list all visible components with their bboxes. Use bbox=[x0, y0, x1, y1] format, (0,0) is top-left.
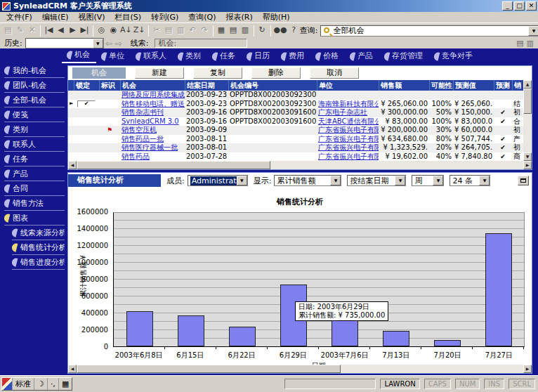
sidebar-item[interactable]: 产品 bbox=[4, 166, 65, 181]
unit-link[interactable]: 广东省振兴电子有限公司 bbox=[317, 135, 379, 144]
tab-item[interactable]: 价格 bbox=[310, 51, 345, 63]
menu-item[interactable]: 文件(F) bbox=[1, 12, 37, 22]
edit-icon[interactable]: ✎ bbox=[14, 25, 26, 37]
panel-action-button[interactable]: 新建 bbox=[135, 67, 184, 79]
tab-item[interactable]: 产品 bbox=[345, 51, 379, 63]
sidebar-item[interactable]: 合同 bbox=[4, 181, 65, 196]
scroll-right-icon[interactable]: ▶ bbox=[523, 365, 532, 373]
ime-mode-label[interactable]: 标准 bbox=[13, 378, 34, 390]
period-combo[interactable]: 周 ▼ bbox=[412, 175, 444, 186]
column-header[interactable]: 机会编号 bbox=[228, 80, 317, 91]
next-record-icon[interactable]: ▶ bbox=[67, 25, 79, 37]
ime-toolbar[interactable]: 标准 ☽ ·, ▦ bbox=[1, 377, 72, 391]
chart-bar[interactable] bbox=[229, 327, 256, 346]
sidebar-item[interactable]: 联系人 bbox=[4, 137, 65, 152]
scrollbar-thumb[interactable] bbox=[523, 89, 532, 114]
panel-action-button[interactable]: 删除 bbox=[251, 67, 301, 79]
column-header[interactable]: 预测值 bbox=[453, 80, 494, 91]
keyboard-icon[interactable]: ▦ bbox=[59, 378, 72, 390]
sidebar-item[interactable]: 销售统计分析 bbox=[12, 240, 65, 255]
tab-item[interactable]: 类别 bbox=[173, 51, 207, 63]
dropdown-arrow-icon[interactable]: ▼ bbox=[479, 176, 490, 185]
moon-icon[interactable]: ☽ bbox=[34, 378, 48, 390]
scrollbar-thumb[interactable] bbox=[77, 365, 341, 373]
opportunity-link[interactable]: 销售药品 bbox=[120, 152, 185, 162]
tab-item[interactable]: 竞争对手 bbox=[429, 51, 479, 63]
column-header[interactable]: 销售额 bbox=[379, 80, 429, 91]
chart-bar[interactable] bbox=[126, 311, 153, 346]
dropdown-arrow-icon[interactable]: ▼ bbox=[528, 26, 538, 36]
sidebar-item[interactable]: 线索来源分析 bbox=[12, 226, 65, 240]
unit-link[interactable]: 海南蜂新科技有限公司 bbox=[317, 100, 379, 109]
unit-link[interactable]: 广东省振兴电子有限公司 bbox=[317, 126, 379, 135]
column-header[interactable]: 标识 bbox=[99, 80, 120, 91]
member-combo[interactable]: Administrator ▼ bbox=[188, 175, 248, 186]
chart-bar[interactable] bbox=[383, 331, 409, 346]
opportunity-link[interactable]: 销售药品一批 bbox=[120, 135, 185, 144]
chart-bar[interactable] bbox=[332, 318, 358, 346]
table-row[interactable]: SynleadCRM 3.02003-09-16OPPTD8X002003091… bbox=[68, 117, 523, 126]
restore-button[interactable]: □ bbox=[514, 1, 525, 11]
dropdown-arrow-icon[interactable]: ▼ bbox=[330, 176, 341, 185]
count-combo[interactable]: 24 条 ▼ bbox=[450, 175, 490, 186]
sidebar-item[interactable]: 我的-机会 bbox=[4, 63, 65, 78]
refresh-icon[interactable]: ↻ bbox=[256, 25, 268, 37]
history-combo[interactable]: ▼ bbox=[25, 38, 104, 48]
sort-descending-icon[interactable]: Z↓ bbox=[133, 25, 146, 37]
preview-icon[interactable]: ▥ bbox=[240, 25, 251, 37]
sidebar-item[interactable]: 销售进度分析 bbox=[12, 255, 65, 270]
export-icon[interactable]: ▤ bbox=[228, 25, 240, 37]
table-row[interactable]: 销售医疗器械一批2003-08-01广东省振兴电子有限公司¥ 1,323,529… bbox=[68, 143, 523, 152]
report-icon[interactable]: ▤ bbox=[516, 39, 523, 48]
menu-item[interactable]: 栏目(S) bbox=[110, 12, 147, 22]
tab-item[interactable]: 任务 bbox=[207, 51, 242, 63]
copy-icon[interactable]: ▤ bbox=[163, 25, 175, 37]
binoculars-icon[interactable]: ●● bbox=[273, 25, 288, 37]
group-by-combo[interactable]: 按结案日期 ▼ bbox=[347, 175, 406, 186]
dropdown-arrow-icon[interactable]: ▼ bbox=[433, 176, 443, 185]
scroll-down-icon[interactable]: ▼ bbox=[523, 152, 532, 161]
table-vertical-scrollbar[interactable]: ▲ ▼ bbox=[523, 80, 532, 161]
opportunity-link[interactable]: 网络及应用系统集成 bbox=[120, 91, 185, 100]
tab-item[interactable]: 费用 bbox=[276, 51, 310, 63]
column-header[interactable] bbox=[68, 80, 74, 91]
column-header[interactable]: 预测 bbox=[494, 80, 512, 91]
maximize-chart-button[interactable] bbox=[518, 176, 529, 185]
prev-record-icon[interactable]: ◀ bbox=[55, 25, 67, 37]
scrollbar-thumb[interactable] bbox=[77, 161, 270, 169]
chart-bar[interactable] bbox=[178, 315, 204, 346]
tab-item[interactable]: 单位 bbox=[96, 51, 131, 63]
scroll-up-icon[interactable]: ▲ bbox=[523, 80, 532, 89]
close-button[interactable]: ✕ bbox=[526, 1, 537, 11]
last-record-icon[interactable]: ▶| bbox=[79, 25, 91, 37]
delete-icon[interactable]: ✕ bbox=[26, 25, 38, 37]
chart-bar[interactable] bbox=[485, 233, 512, 346]
chart-bar[interactable] bbox=[434, 340, 461, 346]
tab-item[interactable]: 联系人 bbox=[131, 51, 173, 63]
zoom-icon[interactable]: ◉ bbox=[107, 25, 119, 37]
menu-item[interactable]: 查询(Q) bbox=[183, 12, 221, 22]
query-combo[interactable]: 全部机会 ▼ bbox=[320, 25, 538, 37]
dropdown-arrow-icon[interactable]: ▼ bbox=[237, 176, 247, 185]
tab-item[interactable]: 存货管理 bbox=[379, 51, 429, 63]
sidebar-item[interactable]: 图表 bbox=[4, 211, 65, 226]
opportunity-link[interactable]: 销售空压机 bbox=[120, 126, 185, 135]
menu-item[interactable]: 报表(R) bbox=[221, 12, 258, 22]
unit-link[interactable]: 广东电子杂志社 bbox=[317, 108, 379, 117]
sidebar-item[interactable]: 类别 bbox=[4, 122, 65, 137]
redo-icon[interactable]: ↷ bbox=[199, 25, 211, 37]
menu-item[interactable]: 视图(V) bbox=[73, 12, 110, 22]
forward-icon[interactable]: ⇨ bbox=[115, 39, 122, 48]
dropdown-arrow-icon[interactable]: ▼ bbox=[93, 39, 103, 48]
paste-icon[interactable]: ▥ bbox=[175, 25, 187, 37]
table-row[interactable]: 销售药品2003-07-28广东省振兴电子有限公司¥ 19,602.0040%¥… bbox=[68, 152, 523, 162]
help-icon[interactable]: ? bbox=[288, 25, 300, 37]
table-row[interactable]: 网络及应用系统集成2003-09-23OPPTD8X0020030923001 bbox=[68, 91, 523, 100]
unit-link[interactable]: 广东省振兴电子有限公司 bbox=[317, 152, 379, 162]
scroll-left-icon[interactable]: ◀ bbox=[68, 161, 77, 169]
punctuation-icon[interactable]: ·, bbox=[48, 378, 59, 390]
sidebar-item[interactable]: 任务 bbox=[4, 152, 65, 166]
minimize-button[interactable]: _ bbox=[502, 1, 513, 11]
sidebar-item[interactable]: 便笺 bbox=[4, 107, 65, 122]
unit-link[interactable]: 广东省振兴电子有限公司 bbox=[317, 143, 379, 152]
